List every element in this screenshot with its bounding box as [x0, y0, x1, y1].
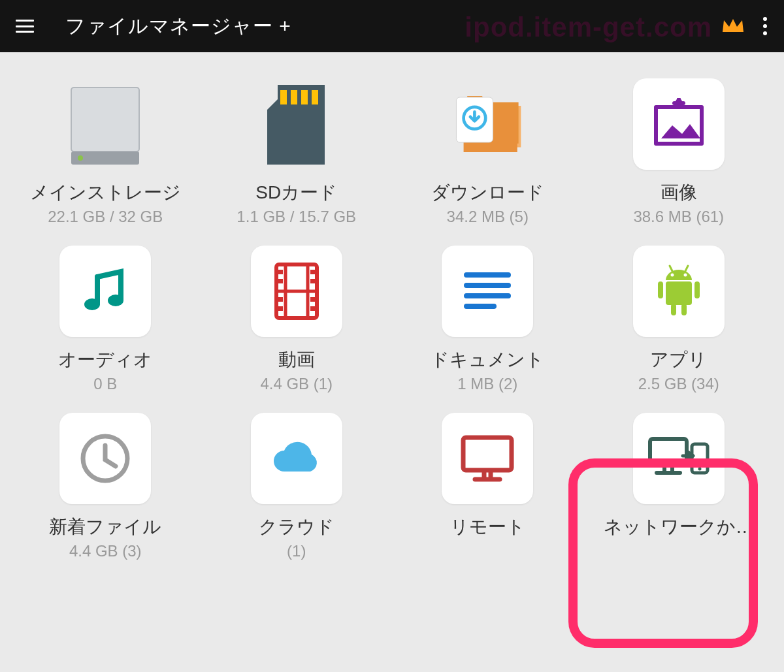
cloud-icon [251, 413, 342, 504]
svg-rect-34 [658, 281, 663, 298]
svg-point-48 [698, 468, 701, 471]
item-recent[interactable]: 新着ファイル 4.4 GB (3) [13, 413, 198, 560]
item-main-storage[interactable]: メインストレージ 22.1 GB / 32 GB [13, 78, 198, 226]
hdd-icon [59, 78, 151, 170]
svg-point-11 [84, 298, 100, 310]
item-cloud[interactable]: クラウド (1) [204, 413, 389, 560]
item-sub: 22.1 GB / 32 GB [48, 208, 163, 226]
svg-rect-4 [280, 90, 287, 104]
svg-rect-36 [671, 304, 676, 315]
item-sub: (1) [287, 542, 306, 560]
item-images[interactable]: 画像 38.6 MB (61) [587, 78, 772, 226]
android-icon [633, 246, 725, 337]
svg-rect-5 [291, 90, 297, 104]
item-downloads[interactable]: ダウンロード 34.2 MB (5) [395, 78, 580, 226]
image-icon [633, 78, 725, 170]
item-sub: 34.2 MB (5) [447, 208, 529, 226]
item-apps[interactable]: アプリ 2.5 GB (34) [587, 246, 772, 393]
app-header: ファイルマネージャー + ipod.item-get.com [0, 0, 784, 52]
svg-rect-20 [278, 306, 283, 311]
svg-point-31 [670, 274, 674, 277]
item-sub: 1.1 GB / 15.7 GB [237, 208, 356, 226]
music-icon [59, 246, 151, 337]
item-label: クラウド [259, 515, 335, 539]
svg-rect-43 [650, 439, 687, 465]
watermark-text: ipod.item-get.com [465, 12, 712, 43]
svg-rect-7 [312, 90, 318, 104]
svg-rect-37 [681, 304, 687, 315]
svg-rect-19 [278, 297, 283, 302]
svg-rect-17 [278, 270, 283, 274]
svg-rect-0 [71, 88, 139, 152]
svg-rect-21 [310, 270, 315, 274]
svg-point-10 [676, 99, 682, 105]
item-label: ネットワークか… [604, 515, 754, 539]
item-sub: 4.4 GB (3) [69, 542, 142, 560]
more-icon[interactable] [758, 10, 772, 42]
document-icon [442, 246, 533, 337]
item-label: オーディオ [58, 347, 152, 372]
item-label: 動画 [278, 347, 315, 372]
svg-rect-6 [301, 90, 308, 104]
pc-transfer-icon [633, 413, 725, 504]
svg-rect-18 [278, 279, 283, 283]
svg-line-29 [670, 266, 672, 271]
menu-icon[interactable] [16, 20, 34, 33]
svg-rect-24 [310, 306, 315, 311]
item-label: メインストレージ [30, 180, 181, 205]
svg-line-30 [685, 266, 688, 271]
monitor-icon [442, 413, 533, 504]
film-icon [251, 246, 342, 337]
svg-rect-35 [694, 281, 700, 298]
item-audio[interactable]: オーディオ 0 B [13, 246, 198, 393]
category-grid: メインストレージ 22.1 GB / 32 GB SDカード 1.1 GB / … [0, 52, 784, 573]
item-sub: 4.4 GB (1) [260, 375, 333, 393]
item-sub: 0 B [93, 375, 117, 393]
download-folder-icon [442, 78, 533, 170]
item-sub: 38.6 MB (61) [633, 208, 724, 226]
svg-rect-33 [666, 281, 692, 305]
item-sub: 2.5 GB (34) [638, 375, 719, 393]
svg-rect-23 [310, 297, 315, 302]
item-label: ダウンロード [431, 180, 544, 205]
clock-icon [59, 413, 151, 504]
item-label: リモート [450, 515, 525, 539]
item-documents[interactable]: ドキュメント 1 MB (2) [395, 246, 580, 393]
svg-rect-22 [310, 279, 315, 283]
item-label: アプリ [650, 347, 707, 372]
item-label: 画像 [661, 180, 697, 205]
sdcard-icon [251, 78, 342, 170]
svg-point-12 [108, 295, 123, 306]
svg-point-3 [78, 155, 83, 161]
app-title: ファイルマネージャー + [65, 13, 291, 40]
item-label: ドキュメント [431, 347, 544, 372]
svg-point-32 [683, 274, 687, 277]
item-remote[interactable]: リモート [395, 413, 580, 560]
svg-rect-39 [463, 438, 512, 470]
item-sd-card[interactable]: SDカード 1.1 GB / 15.7 GB [204, 78, 389, 226]
item-video[interactable]: 動画 4.4 GB (1) [204, 246, 389, 393]
item-sub: 1 MB (2) [457, 375, 517, 393]
item-network[interactable]: ネットワークか… [587, 413, 772, 560]
item-label: 新着ファイル [49, 515, 161, 539]
crown-icon[interactable] [721, 18, 745, 35]
item-label: SDカード [255, 180, 337, 205]
